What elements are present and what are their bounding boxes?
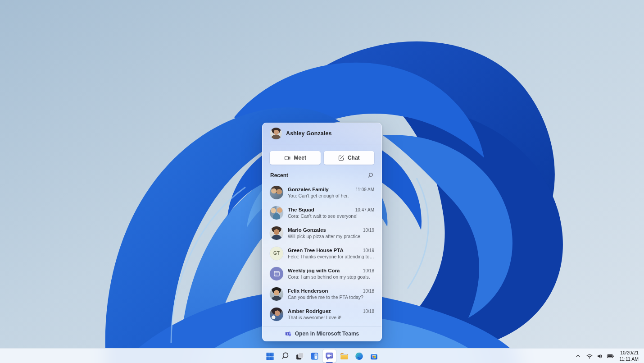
- conversation-text: Gonzales Family 11:09 AM You: Can't get …: [288, 187, 374, 198]
- tray-date: 10/20/21: [620, 350, 639, 355]
- conversation-text: Weekly jog with Cora 10/18 Cora: I am so…: [288, 268, 374, 280]
- conversation-preview: Will pick up pizza after my practice.: [288, 234, 374, 239]
- conversation-name: Amber Rodriguez: [288, 308, 331, 314]
- chat-button[interactable]: Chat: [324, 151, 375, 165]
- microsoft-store-button[interactable]: [367, 349, 381, 363]
- conversation-list-item[interactable]: Amber Rodriguez 10/18 That is awesome! L…: [263, 304, 381, 324]
- conversation-timestamp: 11:09 AM: [355, 187, 374, 192]
- video-camera-icon: [284, 155, 291, 161]
- conversation-avatar: [270, 308, 283, 321]
- conversation-list-item[interactable]: Mario Gonzales 10/19 Will pick up pizza …: [263, 223, 381, 243]
- conversation-list-item[interactable]: Gonzales Family 11:09 AM You: Can't get …: [263, 182, 381, 202]
- widgets-icon: [310, 351, 320, 361]
- recent-heading: Recent: [270, 172, 288, 179]
- conversation-preview: Felix: Thanks everyone for attending tod…: [288, 254, 374, 259]
- tray-time: 11:11 AM: [619, 356, 639, 362]
- conversation-preview: That is awesome! Love it!: [288, 315, 374, 320]
- folder-icon: [340, 351, 349, 361]
- conversation-avatar: [270, 226, 283, 240]
- hidden-icons-button[interactable]: [572, 351, 584, 361]
- windows-start-icon: [265, 351, 275, 361]
- conversation-text: Green Tree House PTA 10/19 Felix: Thanks…: [288, 248, 374, 259]
- widgets-button[interactable]: [308, 349, 322, 363]
- desktop: Ashley Gonzales Meet Chat Recent: [0, 0, 644, 363]
- volume-icon: [596, 353, 603, 360]
- conversation-preview: You: Can't get enough of her.: [288, 193, 374, 198]
- meet-button[interactable]: Meet: [270, 151, 321, 165]
- conversation-preview: Cora: Can't wait to see everyone!: [288, 213, 374, 219]
- conversation-timestamp: 10/19: [363, 248, 374, 253]
- task-view-button[interactable]: [293, 349, 307, 363]
- search-icon: [280, 351, 290, 361]
- teams-chat-icon: [325, 351, 335, 361]
- flyout-header: Ashley Gonzales: [263, 123, 381, 144]
- conversation-timestamp: 10/18: [363, 268, 374, 273]
- task-view-icon: [295, 351, 305, 361]
- microsoft-store-icon: [369, 351, 379, 361]
- user-name: Ashley Gonzales: [286, 130, 332, 137]
- start-button[interactable]: [263, 349, 277, 363]
- chat-button-label: Chat: [348, 155, 360, 161]
- conversation-name: The Squad: [288, 207, 314, 212]
- search-icon: [367, 172, 373, 178]
- quick-settings-button[interactable]: [584, 351, 617, 362]
- wifi-icon: [586, 353, 593, 360]
- search-button[interactable]: [367, 171, 374, 179]
- taskbar-center-icons: [263, 349, 381, 363]
- conversation-text: Mario Gonzales 10/19 Will pick up pizza …: [288, 227, 374, 239]
- hidden-icons-chevron-icon: [575, 353, 581, 359]
- conversation-timestamp: 10/19: [363, 228, 374, 233]
- conversation-list-item[interactable]: Weekly jog with Cora 10/18 Cora: I am so…: [263, 263, 381, 284]
- open-in-teams-button[interactable]: Open in Microsoft Teams: [263, 326, 381, 341]
- taskbar: 10/20/21 11:11 AM: [0, 348, 644, 363]
- teams-logo-icon: [285, 331, 291, 337]
- conversation-name: Gonzales Family: [288, 187, 329, 192]
- conversation-avatar: GT: [270, 247, 283, 260]
- calendar-icon: [273, 270, 280, 277]
- conversation-preview: Cora: I am so behind on my step goals.: [288, 274, 374, 280]
- conversation-name: Green Tree House PTA: [288, 248, 344, 253]
- compose-icon: [338, 155, 345, 161]
- conversation-name: Weekly jog with Cora: [288, 268, 340, 273]
- action-button-row: Meet Chat: [263, 144, 381, 165]
- conversation-avatar: [270, 186, 283, 199]
- conversation-timestamp: 10/18: [363, 309, 374, 314]
- recent-section-header: Recent: [263, 165, 381, 182]
- battery-icon: [607, 353, 614, 360]
- meet-button-label: Meet: [294, 155, 306, 161]
- conversation-name: Felix Henderson: [288, 288, 328, 294]
- conversation-name: Mario Gonzales: [288, 227, 326, 233]
- chat-taskbar-button[interactable]: [323, 349, 336, 363]
- conversation-list-item[interactable]: Felix Henderson 10/18 Can you drive me t…: [263, 284, 381, 304]
- conversation-text: Amber Rodriguez 10/18 That is awesome! L…: [288, 308, 374, 320]
- conversation-list-item[interactable]: GT Green Tree House PTA 10/19 Felix: Tha…: [263, 243, 381, 263]
- system-tray: 10/20/21 11:11 AM: [572, 349, 642, 363]
- file-explorer-button[interactable]: [338, 349, 351, 363]
- flyout-footer: Open in Microsoft Teams: [263, 326, 381, 341]
- open-in-teams-label: Open in Microsoft Teams: [295, 331, 359, 337]
- conversation-text: The Squad 10:47 AM Cora: Can't wait to s…: [288, 207, 374, 219]
- edge-browser-icon: [354, 351, 364, 361]
- conversation-avatar: [270, 287, 283, 301]
- conversation-timestamp: 10:47 AM: [355, 207, 374, 212]
- user-avatar[interactable]: [270, 128, 282, 139]
- clock-tray[interactable]: 10/20/21 11:11 AM: [617, 349, 642, 363]
- conversation-timestamp: 10/18: [363, 289, 374, 294]
- teams-chat-flyout: Ashley Gonzales Meet Chat Recent: [262, 123, 382, 341]
- conversation-list-item[interactable]: The Squad 10:47 AM Cora: Can't wait to s…: [263, 202, 381, 223]
- conversation-preview: Can you drive me to the PTA today?: [288, 294, 374, 300]
- conversation-avatar: [270, 267, 283, 280]
- search-taskbar-button[interactable]: [278, 349, 292, 363]
- edge-browser-button[interactable]: [353, 349, 366, 363]
- conversation-text: Felix Henderson 10/18 Can you drive me t…: [288, 288, 374, 300]
- conversation-avatar: [270, 206, 283, 220]
- conversation-list: Gonzales Family 11:09 AM You: Can't get …: [263, 182, 381, 326]
